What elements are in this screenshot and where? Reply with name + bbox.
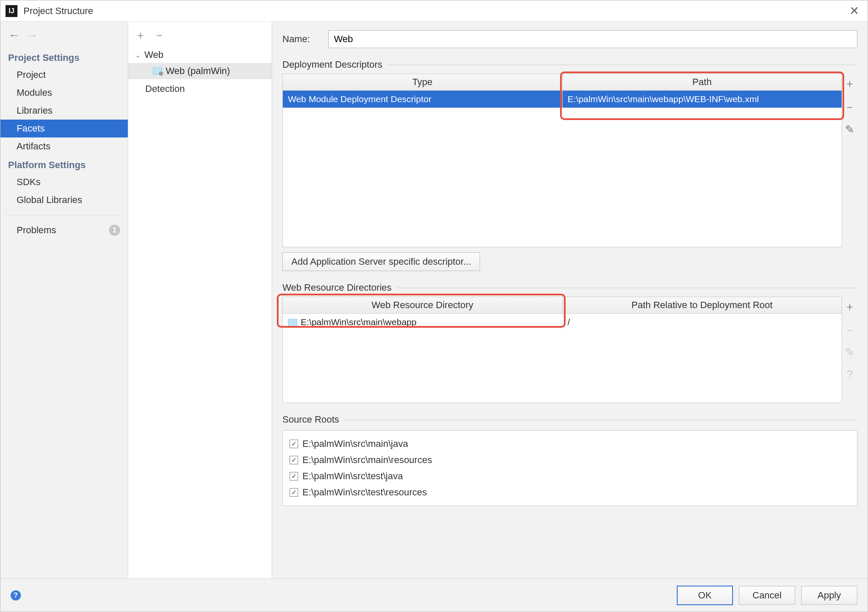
- sidebar-item-project[interactable]: Project: [0, 66, 128, 84]
- web-resource-directories-label: Web Resource Directories: [282, 282, 391, 293]
- dd-col-type[interactable]: Type: [283, 74, 562, 91]
- wr-edit-icon[interactable]: ✎: [845, 346, 854, 359]
- deployment-descriptors-label: Deployment Descriptors: [282, 59, 382, 70]
- sidebar-item-problems-label: Problems: [17, 225, 56, 236]
- source-root-path: E:\palmWin\src\test\java: [302, 471, 403, 482]
- sidebar-separator: [6, 215, 123, 215]
- sidebar-item-modules[interactable]: Modules: [0, 84, 128, 102]
- tree-node-web-palmwin-label: Web (palmWin): [166, 66, 230, 77]
- tree-node-web[interactable]: ⌄ Web: [128, 47, 272, 63]
- web-resource-directories-heading: Web Resource Directories: [282, 282, 857, 293]
- wr-side-actions: ＋ － ✎ ?: [842, 297, 857, 403]
- checkbox-checked-icon[interactable]: ✓: [290, 472, 298, 480]
- source-root-path: E:\palmWin\src\main\resources: [302, 455, 432, 466]
- source-root-item[interactable]: ✓ E:\palmWin\src\main\java: [290, 436, 850, 452]
- sidebar: ← → Project Settings Project Modules Lib…: [0, 22, 128, 578]
- web-resource-directories-panel: Web Resource Directory Path Relative to …: [282, 297, 857, 403]
- help-icon[interactable]: ?: [11, 590, 21, 601]
- source-root-path: E:\palmWin\src\main\java: [302, 438, 408, 449]
- name-label: Name:: [282, 34, 321, 45]
- add-app-server-descriptor-button[interactable]: Add Application Server specific descript…: [282, 252, 480, 271]
- wr-col-dir[interactable]: Web Resource Directory: [283, 297, 562, 314]
- source-root-path: E:\palmWin\src\test\resources: [302, 487, 427, 498]
- divider: [344, 420, 857, 420]
- wr-row[interactable]: E:\palmWin\src\main\webapp /: [283, 314, 842, 331]
- close-icon[interactable]: ✕: [846, 4, 862, 18]
- nav-history: ← →: [0, 25, 128, 48]
- source-roots-label: Source Roots: [282, 414, 339, 425]
- checkbox-checked-icon[interactable]: ✓: [290, 488, 298, 497]
- facets-tree-panel: ＋ － ⌄ Web Web (palmWin) Detection: [128, 22, 272, 578]
- wr-remove-icon[interactable]: －: [844, 323, 855, 337]
- dd-add-icon[interactable]: ＋: [844, 76, 855, 91]
- dd-row[interactable]: Web Module Deployment Descriptor E:\palm…: [283, 91, 842, 108]
- facet-name-input[interactable]: [328, 30, 857, 48]
- folder-icon: [288, 319, 297, 326]
- project-structure-dialog: IJ Project Structure ✕ ← → Project Setti…: [0, 0, 868, 612]
- name-row: Name:: [282, 30, 857, 48]
- sidebar-item-artifacts[interactable]: Artifacts: [0, 137, 128, 155]
- platform-settings-heading: Platform Settings: [0, 155, 128, 173]
- dd-row-type: Web Module Deployment Descriptor: [283, 91, 562, 108]
- wr-row-dir: E:\palmWin\src\main\webapp: [283, 314, 562, 331]
- dialog-footer: ? OK Cancel Apply: [0, 578, 868, 612]
- checkbox-checked-icon[interactable]: ✓: [290, 440, 298, 448]
- sidebar-item-global-libraries[interactable]: Global Libraries: [0, 191, 128, 209]
- problems-count-badge: 1: [109, 225, 120, 236]
- tree-toolbar: ＋ －: [128, 22, 272, 47]
- wr-help-icon[interactable]: ?: [847, 368, 853, 381]
- intellij-icon: IJ: [6, 5, 17, 17]
- dd-col-path[interactable]: Path: [562, 74, 842, 91]
- sidebar-item-libraries[interactable]: Libraries: [0, 102, 128, 120]
- dd-row-path: E:\palmWin\src\main\webapp\WEB-INF\web.x…: [562, 91, 842, 108]
- source-root-item[interactable]: ✓ E:\palmWin\src\test\java: [290, 468, 850, 484]
- source-root-item[interactable]: ✓ E:\palmWin\src\test\resources: [290, 484, 850, 500]
- facet-form: Name: Deployment Descriptors Type Path: [272, 22, 868, 578]
- checkbox-checked-icon[interactable]: ✓: [290, 456, 298, 464]
- sidebar-item-facets[interactable]: Facets: [0, 120, 128, 137]
- divider: [397, 288, 857, 288]
- tree-node-web-label: Web: [144, 49, 164, 60]
- project-settings-heading: Project Settings: [0, 48, 128, 66]
- tree-node-detection[interactable]: Detection: [128, 79, 272, 99]
- facets-tree: ⌄ Web Web (palmWin) Detection: [128, 47, 272, 578]
- deployment-descriptors-heading: Deployment Descriptors: [282, 59, 857, 70]
- remove-icon[interactable]: －: [154, 28, 165, 43]
- dd-remove-icon[interactable]: －: [844, 100, 855, 114]
- wr-add-icon[interactable]: ＋: [844, 299, 855, 314]
- deployment-descriptors-panel: Type Path Web Module Deployment Descript…: [282, 74, 857, 247]
- cancel-button[interactable]: Cancel: [739, 586, 795, 605]
- dd-side-actions: ＋ － ✎: [842, 74, 857, 247]
- source-root-item[interactable]: ✓ E:\palmWin\src\main\resources: [290, 452, 850, 468]
- wr-row-rel: /: [562, 314, 842, 331]
- sidebar-item-problems[interactable]: Problems 1: [0, 221, 128, 239]
- deployment-descriptors-table[interactable]: Type Path Web Module Deployment Descript…: [282, 74, 842, 247]
- dialog-body: ← → Project Settings Project Modules Lib…: [0, 22, 868, 578]
- ok-button[interactable]: OK: [677, 586, 733, 605]
- web-facet-icon: [153, 67, 162, 75]
- tree-node-web-palmwin[interactable]: Web (palmWin): [128, 63, 272, 79]
- divider: [388, 65, 857, 65]
- window-title: Project Structure: [23, 6, 846, 17]
- add-icon[interactable]: ＋: [135, 28, 146, 43]
- source-roots-heading: Source Roots: [282, 414, 857, 425]
- sidebar-item-sdks[interactable]: SDKs: [0, 173, 128, 191]
- apply-button[interactable]: Apply: [801, 586, 857, 605]
- dd-edit-icon[interactable]: ✎: [845, 123, 854, 136]
- source-roots-list: ✓ E:\palmWin\src\main\java ✓ E:\palmWin\…: [282, 430, 857, 506]
- web-resource-directories-table[interactable]: Web Resource Directory Path Relative to …: [282, 297, 842, 403]
- forward-icon[interactable]: →: [26, 29, 38, 42]
- titlebar: IJ Project Structure ✕: [0, 0, 868, 22]
- chevron-down-icon: ⌄: [135, 51, 141, 59]
- back-icon[interactable]: ←: [8, 29, 20, 42]
- wr-col-rel[interactable]: Path Relative to Deployment Root: [562, 297, 842, 314]
